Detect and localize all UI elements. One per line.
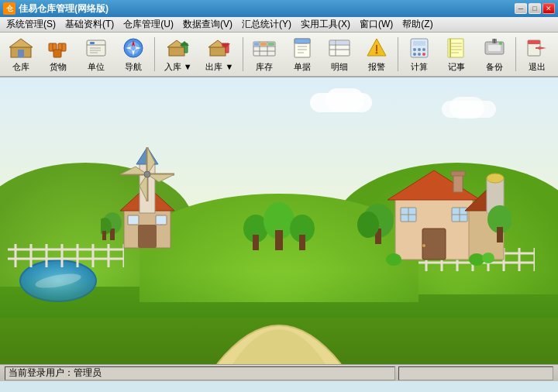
svg-point-136 bbox=[469, 253, 484, 266]
toolbar-document-label: 单据 bbox=[294, 62, 311, 72]
toolbar-inbound-label: 入库 ▼ bbox=[164, 62, 192, 72]
main-content bbox=[0, 77, 558, 364]
farmhouse-svg bbox=[356, 128, 512, 267]
menu-tools[interactable]: 实用工具(X) bbox=[296, 16, 355, 33]
inventory-icon bbox=[252, 36, 277, 60]
svg-rect-33 bbox=[254, 43, 259, 46]
svg-point-67 bbox=[499, 42, 502, 45]
svg-point-50 bbox=[376, 52, 378, 54]
separator-1 bbox=[154, 37, 155, 71]
toolbar-navigate-btn[interactable]: 导航 bbox=[115, 34, 151, 74]
toolbar-outbound-btn[interactable]: 出库 ▼ bbox=[200, 34, 240, 74]
svg-rect-139 bbox=[253, 235, 259, 250]
toolbar-exit-btn[interactable]: 退出 bbox=[519, 34, 555, 74]
svg-rect-113 bbox=[102, 231, 106, 240]
svg-point-135 bbox=[386, 253, 401, 266]
warehouse-icon bbox=[9, 36, 33, 60]
menu-bar: 系统管理(S) 基础资料(T) 仓库管理(U) 数据查询(V) 汇总统计(Y) … bbox=[0, 17, 558, 33]
svg-rect-35 bbox=[268, 43, 274, 46]
cloud-2b bbox=[450, 97, 484, 119]
note-icon bbox=[444, 36, 469, 60]
toolbar-backup-label: 备份 bbox=[486, 62, 503, 72]
title-bar: 仓 佳易仓库管理(网络版) ─ □ ✕ bbox=[0, 0, 558, 17]
toolbar-inbound-btn[interactable]: 入库 ▼ bbox=[158, 34, 198, 74]
svg-rect-24 bbox=[210, 46, 226, 56]
toolbar-navigate-label: 导航 bbox=[125, 62, 142, 72]
toolbar-detail-btn[interactable]: 明细 bbox=[322, 34, 357, 74]
svg-point-109 bbox=[144, 171, 150, 177]
svg-rect-118 bbox=[422, 229, 446, 260]
document-icon bbox=[290, 36, 315, 60]
windmill-svg bbox=[101, 132, 194, 256]
user-label: 当前登录用户：管理员 bbox=[9, 366, 102, 380]
toolbar-outbound-label: 出库 ▼ bbox=[205, 62, 233, 72]
svg-point-54 bbox=[418, 48, 421, 51]
svg-rect-2 bbox=[18, 50, 24, 57]
separator-4 bbox=[515, 37, 516, 71]
inbound-icon bbox=[166, 36, 191, 60]
goods-icon bbox=[46, 36, 71, 60]
svg-point-53 bbox=[413, 48, 416, 51]
svg-rect-66 bbox=[488, 45, 501, 51]
svg-rect-49 bbox=[376, 45, 377, 51]
detail-icon bbox=[327, 36, 352, 60]
toolbar-goods-btn[interactable]: 货物 bbox=[40, 34, 76, 74]
toolbar-exit-label: 退出 bbox=[529, 62, 546, 72]
toolbar-detail-label: 明细 bbox=[331, 62, 348, 72]
status-user-info: 当前登录用户：管理员 bbox=[5, 366, 395, 380]
svg-point-132 bbox=[357, 211, 379, 238]
toolbar-warehouse-btn[interactable]: 仓库 bbox=[3, 34, 39, 74]
toolbar-unit-btn[interactable]: 单位 bbox=[78, 34, 113, 74]
menu-data-query[interactable]: 数据查询(V) bbox=[178, 16, 237, 33]
separator-2 bbox=[243, 37, 243, 71]
cloud-1b bbox=[326, 88, 364, 112]
svg-rect-117 bbox=[451, 171, 465, 176]
menu-help[interactable]: 帮助(Z) bbox=[398, 16, 437, 33]
svg-point-129 bbox=[487, 174, 504, 183]
maximize-button[interactable]: □ bbox=[529, 3, 541, 14]
toolbar-warehouse-label: 仓库 bbox=[12, 62, 29, 72]
svg-rect-20 bbox=[169, 46, 184, 56]
status-right-panel bbox=[398, 366, 553, 380]
svg-marker-1 bbox=[9, 39, 33, 47]
toolbar-inventory-label: 库存 bbox=[256, 62, 273, 72]
svg-rect-34 bbox=[260, 43, 267, 46]
svg-point-56 bbox=[413, 53, 416, 56]
minimize-button[interactable]: ─ bbox=[515, 3, 527, 14]
menu-window[interactable]: 窗口(W) bbox=[355, 16, 398, 33]
status-bar: 当前登录用户：管理员 bbox=[0, 364, 558, 381]
calculate-icon bbox=[407, 36, 432, 60]
svg-rect-134 bbox=[497, 227, 503, 242]
svg-rect-5 bbox=[53, 50, 61, 57]
separator-3 bbox=[398, 37, 398, 71]
svg-rect-47 bbox=[336, 41, 349, 44]
toolbar-backup-btn[interactable]: 备份 bbox=[477, 34, 512, 74]
svg-rect-141 bbox=[275, 230, 283, 250]
menu-warehouse[interactable]: 仓库管理(U) bbox=[119, 16, 178, 33]
svg-point-55 bbox=[422, 48, 425, 51]
svg-rect-10 bbox=[90, 42, 95, 44]
toolbar-alarm-btn[interactable]: 报警 bbox=[359, 34, 394, 74]
unit-icon bbox=[84, 36, 108, 60]
toolbar-goods-label: 货物 bbox=[50, 62, 67, 72]
toolbar-note-btn[interactable]: 记事 bbox=[439, 34, 474, 74]
svg-rect-97 bbox=[128, 215, 139, 225]
outbound-icon bbox=[207, 36, 232, 60]
svg-point-57 bbox=[418, 53, 421, 56]
toolbar-note-label: 记事 bbox=[448, 62, 465, 72]
toolbar-inventory-btn[interactable]: 库存 bbox=[246, 34, 282, 74]
menu-base-data[interactable]: 基础资料(T) bbox=[60, 16, 119, 33]
menu-system[interactable]: 系统管理(S) bbox=[2, 16, 60, 33]
svg-rect-52 bbox=[413, 41, 425, 46]
toolbar-calculate-btn[interactable]: 计算 bbox=[401, 34, 437, 74]
title-bar-left: 仓 佳易仓库管理(网络版) bbox=[3, 2, 108, 15]
toolbar-document-btn[interactable]: 单据 bbox=[284, 34, 319, 74]
svg-point-58 bbox=[422, 53, 425, 56]
app-icon: 仓 bbox=[3, 2, 16, 15]
navigate-icon bbox=[121, 36, 146, 60]
close-button[interactable]: ✕ bbox=[542, 3, 555, 14]
svg-marker-115 bbox=[388, 170, 480, 200]
toolbar: 仓库 货物 单位 bbox=[0, 33, 558, 77]
svg-point-119 bbox=[422, 244, 425, 247]
menu-summary[interactable]: 汇总统计(Y) bbox=[237, 16, 296, 33]
